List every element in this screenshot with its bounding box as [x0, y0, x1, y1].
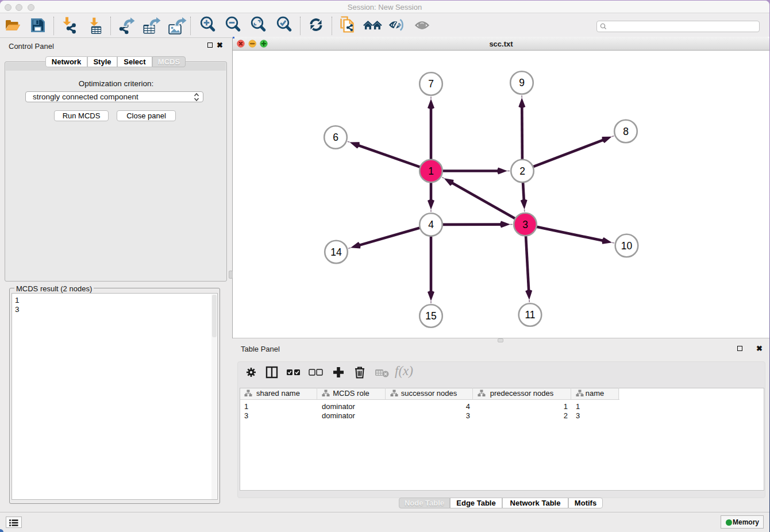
- svg-text:2: 2: [519, 165, 525, 177]
- svg-text:14: 14: [330, 246, 342, 258]
- svg-text:10: 10: [621, 240, 633, 252]
- svg-text:8: 8: [623, 126, 629, 137]
- svg-text:3: 3: [522, 219, 528, 230]
- svg-text:15: 15: [425, 310, 436, 322]
- svg-text:11: 11: [525, 309, 535, 321]
- svg-text:4: 4: [428, 219, 434, 230]
- svg-text:9: 9: [519, 77, 525, 88]
- svg-text:7: 7: [428, 78, 434, 90]
- svg-text:1: 1: [428, 165, 434, 177]
- svg-text:6: 6: [333, 132, 338, 143]
